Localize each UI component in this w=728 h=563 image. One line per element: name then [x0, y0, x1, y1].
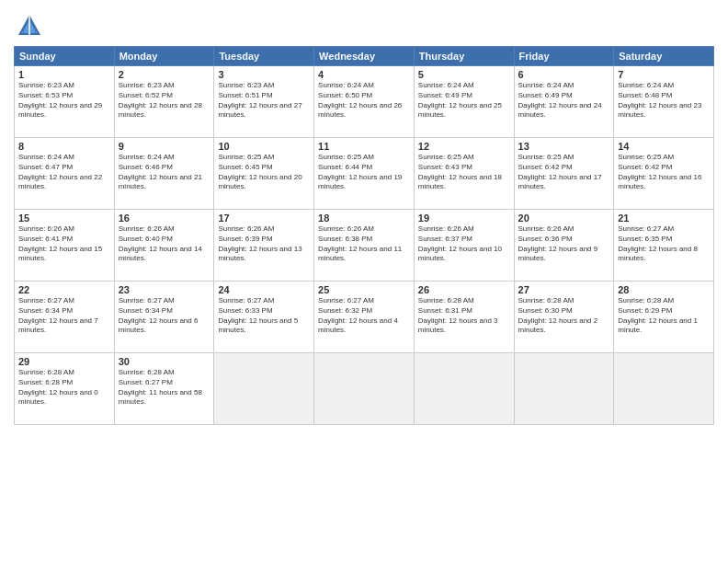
calendar-cell: 21Sunrise: 6:27 AMSunset: 6:35 PMDayligh…: [614, 210, 714, 282]
day-info: Sunrise: 6:26 AMSunset: 6:41 PMDaylight:…: [18, 224, 110, 264]
day-info: Sunrise: 6:26 AMSunset: 6:40 PMDaylight:…: [119, 224, 210, 264]
calendar-day-header: Tuesday: [214, 47, 314, 66]
day-number: 16: [119, 213, 210, 224]
calendar-cell: 22Sunrise: 6:27 AMSunset: 6:34 PMDayligh…: [15, 282, 115, 353]
calendar-cell: 5Sunrise: 6:24 AMSunset: 6:49 PMDaylight…: [414, 66, 514, 138]
calendar-day-header: Wednesday: [314, 47, 415, 66]
calendar-cell: 18Sunrise: 6:26 AMSunset: 6:38 PMDayligh…: [314, 210, 415, 282]
day-number: 15: [18, 213, 110, 224]
day-number: 21: [618, 213, 710, 224]
day-number: 10: [218, 141, 310, 152]
calendar-cell: 14Sunrise: 6:25 AMSunset: 6:42 PMDayligh…: [614, 138, 714, 210]
day-info: Sunrise: 6:26 AMSunset: 6:39 PMDaylight:…: [218, 224, 310, 264]
calendar-day-header: Sunday: [15, 47, 115, 66]
calendar-cell: 26Sunrise: 6:28 AMSunset: 6:31 PMDayligh…: [414, 282, 514, 353]
day-number: 1: [18, 69, 110, 80]
day-number: 6: [518, 69, 610, 80]
day-number: 20: [518, 213, 610, 224]
day-info: Sunrise: 6:24 AMSunset: 6:50 PMDaylight:…: [318, 81, 410, 121]
calendar-cell: 16Sunrise: 6:26 AMSunset: 6:40 PMDayligh…: [114, 210, 214, 282]
calendar-week-row: 8Sunrise: 6:24 AMSunset: 6:47 PMDaylight…: [15, 138, 714, 210]
day-number: 3: [218, 69, 310, 80]
calendar-cell: 10Sunrise: 6:25 AMSunset: 6:45 PMDayligh…: [214, 138, 314, 210]
calendar-day-header: Friday: [514, 47, 614, 66]
day-info: Sunrise: 6:27 AMSunset: 6:34 PMDaylight:…: [18, 296, 110, 336]
day-info: Sunrise: 6:28 AMSunset: 6:28 PMDaylight:…: [18, 368, 110, 408]
day-number: 7: [618, 69, 710, 80]
day-info: Sunrise: 6:25 AMSunset: 6:42 PMDaylight:…: [518, 153, 610, 192]
day-info: Sunrise: 6:24 AMSunset: 6:48 PMDaylight:…: [618, 81, 710, 121]
calendar-week-row: 22Sunrise: 6:27 AMSunset: 6:34 PMDayligh…: [15, 282, 714, 353]
day-info: Sunrise: 6:23 AMSunset: 6:52 PMDaylight:…: [119, 81, 210, 121]
calendar-cell: 29Sunrise: 6:28 AMSunset: 6:28 PMDayligh…: [15, 353, 115, 425]
calendar-cell: 19Sunrise: 6:26 AMSunset: 6:37 PMDayligh…: [414, 210, 514, 282]
calendar-cell: 13Sunrise: 6:25 AMSunset: 6:42 PMDayligh…: [514, 138, 614, 210]
day-number: 23: [119, 284, 210, 295]
day-number: 29: [18, 356, 110, 367]
day-number: 27: [518, 284, 610, 295]
day-info: Sunrise: 6:28 AMSunset: 6:30 PMDaylight:…: [518, 296, 610, 336]
day-number: 18: [318, 213, 410, 224]
calendar-cell: 20Sunrise: 6:26 AMSunset: 6:36 PMDayligh…: [514, 210, 614, 282]
calendar-week-row: 29Sunrise: 6:28 AMSunset: 6:28 PMDayligh…: [15, 353, 714, 425]
day-info: Sunrise: 6:23 AMSunset: 6:51 PMDaylight:…: [218, 81, 310, 121]
calendar-week-row: 1Sunrise: 6:23 AMSunset: 6:53 PMDaylight…: [15, 66, 714, 138]
day-info: Sunrise: 6:24 AMSunset: 6:47 PMDaylight:…: [18, 153, 110, 192]
day-number: 8: [18, 141, 110, 152]
day-info: Sunrise: 6:24 AMSunset: 6:49 PMDaylight:…: [518, 81, 610, 121]
day-info: Sunrise: 6:25 AMSunset: 6:44 PMDaylight:…: [318, 153, 410, 192]
day-number: 14: [618, 141, 710, 152]
day-number: 5: [418, 69, 510, 80]
calendar-cell: 28Sunrise: 6:28 AMSunset: 6:29 PMDayligh…: [614, 282, 714, 353]
day-info: Sunrise: 6:27 AMSunset: 6:32 PMDaylight:…: [318, 296, 410, 336]
calendar-cell: 23Sunrise: 6:27 AMSunset: 6:34 PMDayligh…: [114, 282, 214, 353]
calendar-day-header: Thursday: [414, 47, 514, 66]
day-info: Sunrise: 6:26 AMSunset: 6:36 PMDaylight:…: [518, 224, 610, 264]
day-info: Sunrise: 6:26 AMSunset: 6:37 PMDaylight:…: [418, 224, 510, 264]
day-number: 4: [318, 69, 410, 80]
day-info: Sunrise: 6:26 AMSunset: 6:38 PMDaylight:…: [318, 224, 410, 264]
calendar-day-header: Monday: [114, 47, 214, 66]
calendar-cell: 11Sunrise: 6:25 AMSunset: 6:44 PMDayligh…: [314, 138, 415, 210]
day-number: 9: [119, 141, 210, 152]
day-number: 25: [318, 284, 410, 295]
calendar-table: SundayMondayTuesdayWednesdayThursdayFrid…: [14, 46, 714, 425]
calendar-cell: 3Sunrise: 6:23 AMSunset: 6:51 PMDaylight…: [214, 66, 314, 138]
day-info: Sunrise: 6:24 AMSunset: 6:49 PMDaylight:…: [418, 81, 510, 121]
day-number: 2: [119, 69, 210, 80]
calendar-week-row: 15Sunrise: 6:26 AMSunset: 6:41 PMDayligh…: [15, 210, 714, 282]
calendar-cell: 17Sunrise: 6:26 AMSunset: 6:39 PMDayligh…: [214, 210, 314, 282]
calendar-cell: [414, 353, 514, 425]
day-number: 12: [418, 141, 510, 152]
day-info: Sunrise: 6:23 AMSunset: 6:53 PMDaylight:…: [18, 81, 110, 121]
calendar-cell: [314, 353, 415, 425]
calendar-cell: 6Sunrise: 6:24 AMSunset: 6:49 PMDaylight…: [514, 66, 614, 138]
day-number: 28: [618, 284, 710, 295]
logo: [14, 13, 42, 39]
day-number: 11: [318, 141, 410, 152]
calendar-day-header: Saturday: [614, 47, 714, 66]
day-info: Sunrise: 6:28 AMSunset: 6:31 PMDaylight:…: [418, 296, 510, 336]
calendar-cell: 24Sunrise: 6:27 AMSunset: 6:33 PMDayligh…: [214, 282, 314, 353]
calendar-cell: [514, 353, 614, 425]
day-number: 26: [418, 284, 510, 295]
calendar-cell: 27Sunrise: 6:28 AMSunset: 6:30 PMDayligh…: [514, 282, 614, 353]
day-info: Sunrise: 6:27 AMSunset: 6:34 PMDaylight:…: [119, 296, 210, 336]
day-number: 13: [518, 141, 610, 152]
calendar-cell: 15Sunrise: 6:26 AMSunset: 6:41 PMDayligh…: [15, 210, 115, 282]
calendar-cell: [214, 353, 314, 425]
calendar-cell: 30Sunrise: 6:28 AMSunset: 6:27 PMDayligh…: [114, 353, 214, 425]
page: SundayMondayTuesdayWednesdayThursdayFrid…: [0, 0, 728, 563]
calendar-cell: 4Sunrise: 6:24 AMSunset: 6:50 PMDaylight…: [314, 66, 415, 138]
header: [14, 9, 714, 39]
calendar-cell: 9Sunrise: 6:24 AMSunset: 6:46 PMDaylight…: [114, 138, 214, 210]
day-info: Sunrise: 6:28 AMSunset: 6:27 PMDaylight:…: [119, 368, 210, 408]
day-info: Sunrise: 6:28 AMSunset: 6:29 PMDaylight:…: [618, 296, 710, 336]
day-number: 17: [218, 213, 310, 224]
day-info: Sunrise: 6:27 AMSunset: 6:35 PMDaylight:…: [618, 224, 710, 264]
calendar-cell: [614, 353, 714, 425]
day-number: 19: [418, 213, 510, 224]
calendar-cell: 8Sunrise: 6:24 AMSunset: 6:47 PMDaylight…: [15, 138, 115, 210]
calendar-cell: 12Sunrise: 6:25 AMSunset: 6:43 PMDayligh…: [414, 138, 514, 210]
day-info: Sunrise: 6:25 AMSunset: 6:42 PMDaylight:…: [618, 153, 710, 192]
